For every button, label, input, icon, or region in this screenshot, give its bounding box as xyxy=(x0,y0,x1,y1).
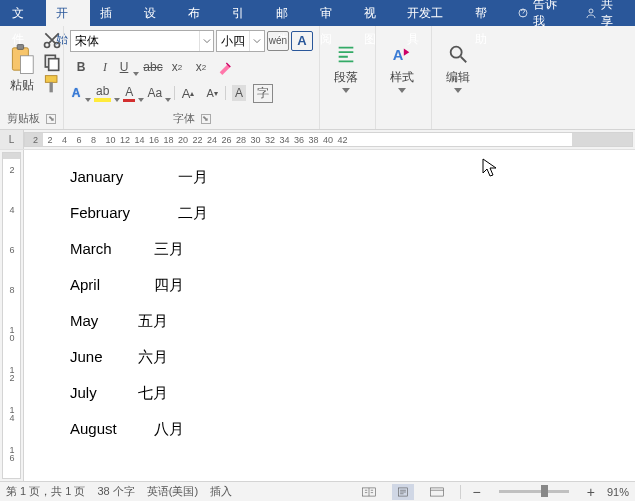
copy-button[interactable] xyxy=(42,52,62,72)
clipboard-launcher[interactable]: ⬊ xyxy=(46,114,56,124)
month-en: May xyxy=(70,312,138,330)
home-tab[interactable]: 开始 xyxy=(46,0,90,26)
word-count[interactable]: 38 个字 xyxy=(97,484,134,499)
svg-rect-4 xyxy=(20,55,33,73)
month-cn: 五月 xyxy=(138,312,168,330)
styles-button[interactable]: A 样式 xyxy=(380,28,424,104)
format-painter-button[interactable] xyxy=(42,74,62,94)
zoom-out-button[interactable]: − xyxy=(473,484,481,500)
font-name-input[interactable] xyxy=(71,31,199,51)
document-page[interactable]: January一月February二月March三月April四月May五月Ju… xyxy=(24,150,635,481)
underline-button[interactable]: U xyxy=(118,56,140,78)
shrink-font-button[interactable]: A▾ xyxy=(201,82,223,104)
svg-text:A: A xyxy=(393,47,404,63)
month-row[interactable]: January一月 xyxy=(70,168,635,186)
month-row[interactable]: March三月 xyxy=(70,240,635,258)
horizontal-ruler[interactable]: 224681012141618202224262830323436384042 xyxy=(24,132,633,147)
change-case-button[interactable]: Aa xyxy=(147,82,172,104)
month-cn: 七月 xyxy=(138,384,168,402)
help-tab[interactable]: 帮助 xyxy=(465,0,509,26)
italic-button[interactable]: I xyxy=(94,56,116,78)
character-shading-button[interactable]: 字 xyxy=(252,82,274,104)
cut-button[interactable] xyxy=(42,30,62,50)
tab-selector[interactable]: L xyxy=(0,130,24,149)
devtools-tab[interactable]: 开发工具 xyxy=(397,0,465,26)
font-size-input[interactable] xyxy=(217,31,249,51)
vertical-ruler[interactable]: 246810121416 xyxy=(2,152,21,479)
month-en: March xyxy=(70,240,154,258)
ruler-row: L 22468101214161820222426283032343638404… xyxy=(0,130,635,150)
paragraph-button[interactable]: 段落 xyxy=(324,28,368,104)
page-indicator[interactable]: 第 1 页，共 1 页 xyxy=(6,484,85,499)
month-cn: 八月 xyxy=(154,420,184,438)
review-tab[interactable]: 审阅 xyxy=(310,0,354,26)
file-tab[interactable]: 文件 xyxy=(2,0,46,26)
subscript-button[interactable]: x2 xyxy=(166,56,188,78)
month-cn: 二月 xyxy=(178,204,208,222)
highlight-button[interactable]: ab xyxy=(94,82,121,104)
month-cn: 四月 xyxy=(154,276,184,294)
styles-group: A 样式 xyxy=(376,26,432,129)
svg-point-1 xyxy=(589,9,593,13)
month-row[interactable]: May五月 xyxy=(70,312,635,330)
strikethrough-button[interactable]: abc xyxy=(142,56,164,78)
editing-button[interactable]: 编辑 xyxy=(436,28,480,104)
svg-rect-15 xyxy=(430,487,443,495)
design-tab[interactable]: 设计 xyxy=(134,0,178,26)
paste-button[interactable]: 粘贴 xyxy=(4,41,40,97)
references-tab[interactable]: 引用 xyxy=(222,0,266,26)
status-bar: 第 1 页，共 1 页 38 个字 英语(美国) 插入 − + 91% xyxy=(0,481,635,501)
svg-rect-10 xyxy=(50,82,53,92)
font-launcher[interactable]: ⬊ xyxy=(201,114,211,124)
superscript-button[interactable]: x2 xyxy=(190,56,212,78)
grow-font-button[interactable]: A▴ xyxy=(177,82,199,104)
bold-button[interactable]: B xyxy=(70,56,92,78)
document-content[interactable]: January一月February二月March三月April四月May五月Ju… xyxy=(24,150,635,438)
month-row[interactable]: June六月 xyxy=(70,348,635,366)
clear-formatting-button[interactable] xyxy=(214,56,236,78)
view-tab[interactable]: 视图 xyxy=(354,0,398,26)
insert-tab[interactable]: 插入 xyxy=(90,0,134,26)
svg-rect-9 xyxy=(45,76,57,83)
month-cn: 六月 xyxy=(138,348,168,366)
month-cn: 三月 xyxy=(154,240,184,258)
month-en: February xyxy=(70,204,178,222)
month-row[interactable]: February二月 xyxy=(70,204,635,222)
editing-group: 编辑 xyxy=(432,26,488,129)
insert-mode[interactable]: 插入 xyxy=(210,484,232,499)
zoom-in-button[interactable]: + xyxy=(587,484,595,500)
month-en: April xyxy=(70,276,154,294)
share-button[interactable]: 共享 xyxy=(577,0,633,26)
paragraph-group: 段落 xyxy=(320,26,376,129)
month-en: July xyxy=(70,384,138,402)
month-row[interactable]: July七月 xyxy=(70,384,635,402)
font-size-combo[interactable] xyxy=(216,30,265,52)
svg-rect-3 xyxy=(17,44,23,49)
zoom-level[interactable]: 91% xyxy=(607,486,629,498)
tell-me[interactable]: 告诉我 xyxy=(509,0,577,26)
menu-bar: 文件 开始 插入 设计 布局 引用 邮件 审阅 视图 开发工具 帮助 告诉我 共… xyxy=(0,0,635,26)
layout-tab[interactable]: 布局 xyxy=(178,0,222,26)
month-en: August xyxy=(70,420,154,438)
month-row[interactable]: August八月 xyxy=(70,420,635,438)
font-name-combo[interactable] xyxy=(70,30,214,52)
web-layout-button[interactable] xyxy=(426,484,448,500)
font-group: wén A B I U abc x2 x2 A ab A Aa A▴ A▾ xyxy=(64,26,320,129)
vertical-ruler-container: 246810121416 xyxy=(0,150,24,481)
font-color-button[interactable]: A xyxy=(123,82,145,104)
clipboard-group: 粘贴 剪贴板⬊ xyxy=(0,26,64,129)
svg-point-12 xyxy=(451,47,462,58)
zoom-slider[interactable] xyxy=(499,490,569,493)
mailings-tab[interactable]: 邮件 xyxy=(266,0,310,26)
print-layout-button[interactable] xyxy=(392,484,414,500)
character-border-button[interactable]: A xyxy=(291,31,313,51)
month-row[interactable]: April四月 xyxy=(70,276,635,294)
phonetic-guide-button[interactable]: wén xyxy=(267,31,289,51)
language-indicator[interactable]: 英语(美国) xyxy=(147,484,198,499)
read-mode-button[interactable] xyxy=(358,484,380,500)
enclose-characters-button[interactable]: A xyxy=(228,82,250,104)
ribbon: 粘贴 剪贴板⬊ wén A B I U abc xyxy=(0,26,635,130)
text-effects-button[interactable]: A xyxy=(70,82,92,104)
month-en: January xyxy=(70,168,178,186)
month-en: June xyxy=(70,348,138,366)
